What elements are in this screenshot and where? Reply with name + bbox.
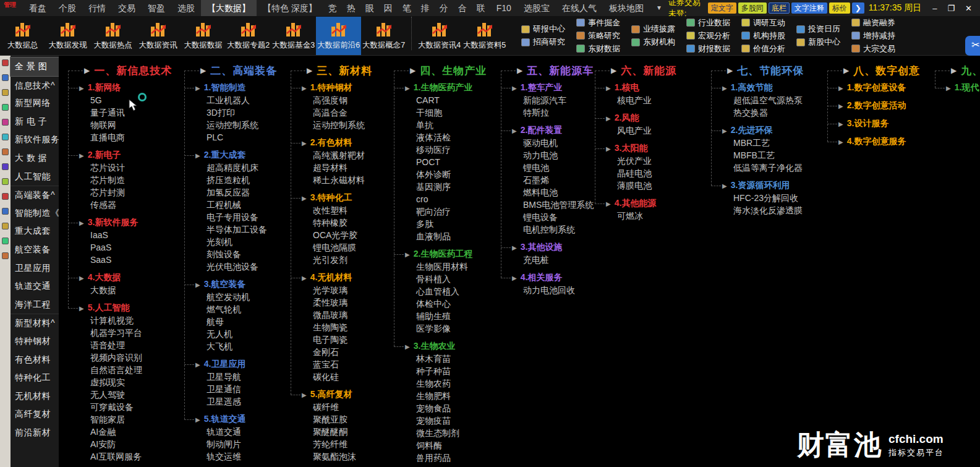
concept-item[interactable]: 电子陶瓷 <box>291 333 372 346</box>
toolbar-link-业绩披露[interactable]: 业绩披露 <box>631 24 675 35</box>
concept-item[interactable]: 血液制品 <box>394 230 487 242</box>
concept-item[interactable]: 蓝宝石 <box>291 358 372 371</box>
dock-icon[interactable] <box>2 252 9 259</box>
sidebar-item-1[interactable]: 信息技术^ <box>11 76 59 95</box>
dropdown-caret-icon[interactable]: ▼ <box>650 0 668 16</box>
concept-item[interactable]: POCT <box>394 156 487 168</box>
concept-item[interactable]: 驱动电机 <box>501 137 594 149</box>
concept-item[interactable]: 高强度钢 <box>291 94 372 106</box>
toolbar-link-招商研究[interactable]: 招商研究 <box>521 36 565 48</box>
dock-icon[interactable] <box>2 238 9 244</box>
concept-item[interactable]: 可穿戴设备 <box>68 401 172 413</box>
toolbar-link-事件掘金[interactable]: 事件掘金 <box>576 17 620 28</box>
concept-item[interactable]: 金刚石 <box>291 346 372 358</box>
quick-button-1[interactable]: 多股同 <box>738 2 767 14</box>
concept-item[interactable]: 语音处理 <box>68 339 172 351</box>
menu-item-11[interactable]: 因 <box>379 0 398 16</box>
concept-item[interactable]: 特种橡胶 <box>291 216 372 229</box>
concept-item[interactable]: 5G <box>68 94 172 106</box>
column-title[interactable]: ▶二、高端装备 <box>184 63 277 78</box>
concept-item[interactable]: 宠物食品 <box>394 402 487 414</box>
group-title[interactable]: ▶3.新软件服务 <box>68 216 172 229</box>
concept-item[interactable]: 充电桩 <box>501 254 594 266</box>
toolbar-link-新股中心[interactable]: 新股中心 <box>796 36 840 48</box>
group-title[interactable]: ▶4.卫星应用 <box>184 358 277 371</box>
group-title[interactable]: ▶1.高效节能 <box>711 82 804 94</box>
sidebar-item-18[interactable]: 无机材料 <box>11 387 59 406</box>
toolbar-button-4[interactable]: 大数据数据 <box>181 17 226 55</box>
concept-item[interactable]: 芳纶纤维 <box>291 438 372 450</box>
concept-item[interactable]: 移动医疗 <box>394 144 487 156</box>
concept-item[interactable]: 生物肥料 <box>394 390 487 402</box>
sidebar-item-11[interactable]: 卫星应用 <box>11 259 59 278</box>
quick-button-2[interactable]: 底栏 <box>769 2 790 14</box>
concept-item[interactable]: 基因测序 <box>394 181 487 193</box>
column-title[interactable]: ▶九、现 <box>935 63 980 78</box>
concept-item[interactable]: 计算机视觉 <box>68 314 172 327</box>
concept-item[interactable]: MBR工艺 <box>711 137 804 149</box>
concept-item[interactable]: 微晶玻璃 <box>291 309 372 321</box>
toolbar-link-研报中心[interactable]: 研报中心 <box>521 24 565 35</box>
concept-item[interactable]: 物联网 <box>68 119 172 131</box>
sidebar-item-20[interactable]: 前沿新材 <box>11 424 59 442</box>
concept-item[interactable]: 风电产业 <box>595 124 676 137</box>
concept-item[interactable]: 稀土永磁材料 <box>291 174 372 186</box>
toolbar-button-0[interactable]: 大数据总 <box>0 17 45 55</box>
concept-item[interactable]: 心血管植入 <box>394 285 487 298</box>
concept-item[interactable]: 无人机 <box>184 328 277 340</box>
group-title[interactable]: ▶1.数字创意设备 <box>827 82 920 94</box>
concept-item[interactable]: 生物陶瓷 <box>291 321 372 333</box>
concept-item[interactable]: 液体活检 <box>394 131 487 144</box>
concept-item[interactable]: IaaS <box>68 229 172 241</box>
menu-item-7[interactable]: 【特色 深度】 <box>257 0 323 16</box>
concept-item[interactable]: 改性塑料 <box>291 204 372 216</box>
menu-item-4[interactable]: 智盈 <box>142 0 171 16</box>
concept-item[interactable]: 超低温空气源热泵 <box>711 94 804 106</box>
dock-icon[interactable] <box>2 163 9 170</box>
group-title[interactable]: ▶3.生物农业 <box>394 340 487 353</box>
concept-item[interactable]: 聚醚醚酮 <box>291 426 372 438</box>
concept-item[interactable]: 碳纤维 <box>291 401 372 413</box>
concept-item[interactable]: 高纯溅射靶材 <box>291 149 372 161</box>
group-title[interactable]: ▶4.相关服务 <box>501 272 594 284</box>
toolbar-link-策略研究[interactable]: 策略研究 <box>576 30 620 41</box>
concept-item[interactable]: 直播电商 <box>68 131 172 144</box>
toolbar-link-东财数据[interactable]: 东财数据 <box>576 43 620 54</box>
concept-item[interactable]: 机器学习平台 <box>68 327 172 339</box>
group-title[interactable]: ▶2.数字创意活动 <box>827 100 920 112</box>
concept-item[interactable]: 新能源汽车 <box>501 94 594 106</box>
quick-button-0[interactable]: 定文字 <box>708 2 736 14</box>
group-title[interactable]: ▶3.太阳能 <box>595 142 676 155</box>
concept-item[interactable]: 聚氨酯泡沫 <box>291 450 372 463</box>
concept-item[interactable]: 石墨烯 <box>501 174 594 186</box>
concept-item[interactable]: 干细胞 <box>394 106 487 119</box>
column-title[interactable]: ▶一、新信息技术 <box>68 63 172 78</box>
sidebar-item-7[interactable]: 高端装备^ <box>11 186 59 204</box>
concept-item[interactable]: 超导材料 <box>291 161 372 174</box>
group-title[interactable]: ▶4.无机材料 <box>291 272 372 284</box>
group-title[interactable]: ▶4.大数据 <box>68 272 172 284</box>
menu-item-1[interactable]: 个股 <box>53 0 82 16</box>
toolbar-button-9[interactable]: 大数据资讯4 <box>417 17 462 55</box>
quick-button-4[interactable]: 标价 <box>829 2 850 14</box>
concept-item[interactable]: BMS电池管理系统 <box>501 199 594 211</box>
concept-item[interactable]: 卫星遥感 <box>184 395 277 408</box>
concept-item[interactable]: 无人驾驶 <box>68 388 172 401</box>
concept-item[interactable]: AI安防 <box>68 438 172 450</box>
concept-item[interactable]: 种子种苗 <box>394 365 487 377</box>
column-title[interactable]: ▶三、新材料 <box>291 63 372 78</box>
concept-item[interactable]: 智能家居 <box>68 413 172 426</box>
column-title[interactable]: ▶八、数字创意 <box>827 63 920 78</box>
concept-item[interactable]: 医学影像 <box>394 322 487 335</box>
concept-item[interactable]: 动力电池回收 <box>501 284 594 296</box>
sidebar-item-2[interactable]: 新型网络 <box>11 94 59 113</box>
sidebar-item-19[interactable]: 高纤复材 <box>11 405 59 424</box>
concept-item[interactable]: AI金融 <box>68 426 172 438</box>
concept-item[interactable]: 量子通讯 <box>68 106 172 119</box>
concept-item[interactable]: 体外诊断 <box>394 168 487 181</box>
concept-item[interactable]: 挤压造粒机 <box>184 174 277 186</box>
menu-item-16[interactable]: 联 <box>472 0 490 16</box>
group-title[interactable]: ▶5.轨道交通 <box>184 413 277 426</box>
toolbar-button-3[interactable]: 大数据资讯 <box>135 17 181 55</box>
menu-item-20[interactable]: 板块地图 <box>603 0 650 16</box>
